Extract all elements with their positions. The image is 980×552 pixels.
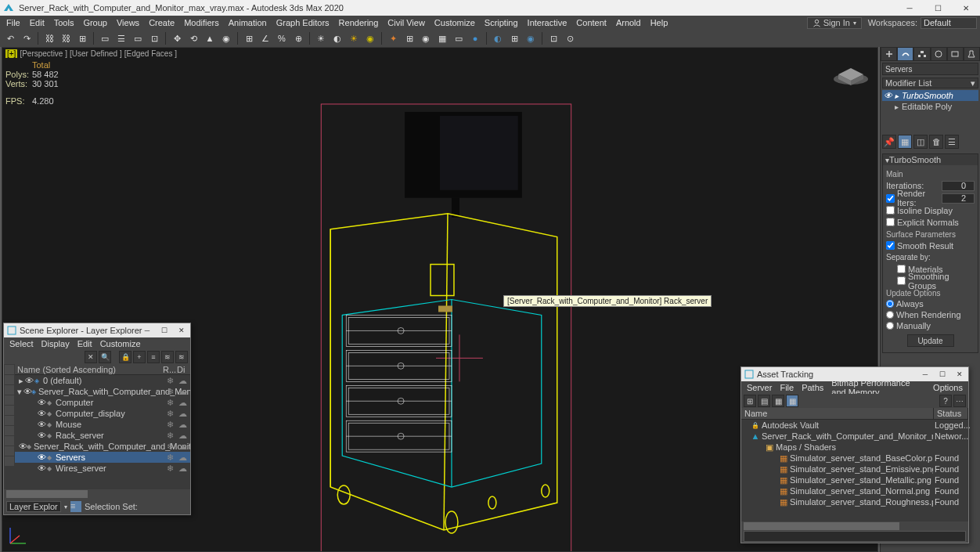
- asset-tracking-window[interactable]: Asset Tracking ─ ☐ ✕ Server File Paths B…: [740, 366, 969, 543]
- update-button[interactable]: Update: [907, 334, 954, 347]
- tab-display[interactable]: [947, 47, 964, 61]
- place-button[interactable]: ◉: [219, 31, 233, 45]
- tab-create[interactable]: [881, 47, 897, 61]
- mirror-button[interactable]: ◐: [330, 31, 344, 45]
- se-filter-3[interactable]: [5, 385, 14, 395]
- snap-button[interactable]: ⊞: [242, 31, 256, 45]
- iterations-spinner[interactable]: [942, 181, 975, 191]
- at-tool-opts[interactable]: ⋯: [953, 395, 966, 407]
- close-button[interactable]: ✕: [952, 0, 980, 16]
- se-scrollbar[interactable]: [6, 490, 188, 498]
- scene-explorer-titlebar[interactable]: Scene Explorer - Layer Explorer ─ ☐ ✕: [4, 323, 190, 337]
- menu-file[interactable]: File: [2, 16, 25, 29]
- smooth-result-checkbox[interactable]: [886, 241, 895, 250]
- se-maximize-button[interactable]: ☐: [156, 323, 173, 337]
- tab-motion[interactable]: [931, 47, 947, 61]
- at-tool-help[interactable]: ?: [939, 395, 952, 407]
- se-tool-add-layer[interactable]: +: [133, 351, 146, 363]
- isoline-checkbox[interactable]: [886, 206, 895, 215]
- se-tool-hide-by[interactable]: ≋: [161, 351, 174, 363]
- minimize-button[interactable]: ─: [895, 0, 924, 16]
- workspaces-field[interactable]: [921, 17, 977, 29]
- redo-button[interactable]: ↷: [20, 31, 34, 45]
- se-row[interactable]: 👁◆Mouse❄☁: [15, 419, 190, 430]
- menu-edit[interactable]: Edit: [25, 16, 49, 29]
- align-button[interactable]: ☀: [347, 31, 361, 45]
- menu-tools[interactable]: Tools: [49, 16, 79, 29]
- se-row[interactable]: 👁◆Computer_display❄☁: [15, 408, 190, 419]
- tab-modify[interactable]: [897, 47, 913, 61]
- se-column-header[interactable]: Name (Sorted Ascending) R... Di: [15, 364, 190, 375]
- at-tool-highlight[interactable]: ▦: [786, 395, 798, 407]
- asset-tracking-table[interactable]: Name Status 🔒Autodesk VaultLogged...▲Ser…: [741, 408, 968, 507]
- at-row[interactable]: ▦Simulator_server_stand_Emissive.pngFoun…: [741, 464, 968, 474]
- se-menu-display[interactable]: Display: [38, 338, 74, 349]
- undo-button[interactable]: ↶: [3, 31, 17, 45]
- tab-utilities[interactable]: [964, 47, 980, 61]
- angle-snap-button[interactable]: ∠: [258, 31, 272, 45]
- menu-interactive[interactable]: Interactive: [523, 16, 572, 29]
- at-menu-options[interactable]: Options: [929, 382, 967, 393]
- at-row[interactable]: ▣Maps / Shaders: [741, 442, 968, 453]
- at-row[interactable]: ▦Simulator_server_stand_Roughness.pngFou…: [741, 496, 968, 507]
- se-menu-edit[interactable]: Edit: [74, 338, 96, 349]
- stack-item-turbosmooth[interactable]: 👁▸ TurboSmooth: [882, 90, 978, 101]
- percent-snap-button[interactable]: %: [275, 31, 289, 45]
- update-when-rendering-radio[interactable]: [886, 311, 894, 319]
- named-sets-button[interactable]: ☀: [314, 31, 328, 45]
- at-tool-refresh[interactable]: ⊞: [744, 395, 756, 407]
- menu-arnold[interactable]: Arnold: [611, 16, 646, 29]
- rollup-header[interactable]: ▾ TurboSmooth: [883, 154, 978, 165]
- rotate-button[interactable]: ⟲: [186, 31, 200, 45]
- select-region-button[interactable]: ▭: [131, 31, 145, 45]
- se-toggle-button[interactable]: ≡: [70, 501, 81, 512]
- se-menu-customize[interactable]: Customize: [96, 338, 145, 349]
- se-tool-freeze-by[interactable]: ≋: [175, 351, 188, 363]
- gallery-button[interactable]: ⊞: [507, 31, 521, 45]
- menu-views[interactable]: Views: [112, 16, 144, 29]
- at-row[interactable]: ▦Simulator_server_stand_Metallic.pngFoun…: [741, 474, 968, 485]
- se-tool-search[interactable]: 🔍: [99, 351, 111, 363]
- make-unique-button[interactable]: ◫: [913, 135, 928, 149]
- pin-stack-button[interactable]: 📌: [882, 135, 896, 149]
- menu-civil-view[interactable]: Civil View: [383, 16, 429, 29]
- render-setup-button[interactable]: ▦: [435, 31, 449, 45]
- layer-explorer-field[interactable]: [6, 501, 61, 512]
- bind-button[interactable]: ⊞: [75, 31, 89, 45]
- stack-item-editable-poly[interactable]: ▸ Editable Poly: [882, 101, 978, 112]
- menu-create[interactable]: Create: [144, 16, 179, 29]
- at-minimize-button[interactable]: ─: [917, 367, 934, 381]
- at-menu-paths[interactable]: Paths: [798, 382, 827, 393]
- smoothing-groups-checkbox[interactable]: [897, 276, 906, 285]
- show-end-result-button[interactable]: ▦: [898, 135, 912, 149]
- se-filter-9[interactable]: [5, 446, 14, 456]
- se-filter-1[interactable]: [5, 365, 14, 374]
- se-filter-2[interactable]: [5, 375, 14, 384]
- link-button[interactable]: ⛓: [42, 31, 56, 45]
- misc-tool-2[interactable]: ⊙: [563, 31, 577, 45]
- se-tool-lock[interactable]: 🔒: [119, 351, 132, 363]
- layer-button[interactable]: ◉: [363, 31, 377, 45]
- at-scrollbar[interactable]: [744, 522, 966, 530]
- scale-button[interactable]: ▲: [203, 31, 217, 45]
- se-row[interactable]: ▾👁◈Server_Rack_with_Computer_and_Monitor…: [15, 386, 190, 397]
- update-always-radio[interactable]: [886, 300, 894, 308]
- explicit-normals-checkbox[interactable]: [886, 218, 895, 226]
- unlink-button[interactable]: ⛓: [59, 31, 73, 45]
- remove-modifier-button[interactable]: 🗑: [929, 135, 943, 149]
- se-filter-5[interactable]: [5, 406, 14, 415]
- menu-graph-editors[interactable]: Graph Editors: [272, 16, 334, 29]
- modifier-list-dropdown[interactable]: Modifier List▾: [882, 78, 978, 88]
- render-online-button[interactable]: ◐: [491, 31, 505, 45]
- select-button[interactable]: ▭: [98, 31, 112, 45]
- modifier-stack[interactable]: 👁▸ TurboSmooth ▸ Editable Poly: [882, 90, 978, 112]
- menu-modifiers[interactable]: Modifiers: [179, 16, 224, 29]
- se-filter-6[interactable]: [5, 416, 14, 425]
- rendered-frame-button[interactable]: ▭: [452, 31, 466, 45]
- at-row[interactable]: ▦Simulator_server_stand_Normal.pngFound: [741, 485, 968, 496]
- se-row[interactable]: ▸👁◈0 (default)❄☁: [15, 375, 190, 386]
- se-menu-select[interactable]: Select: [5, 338, 38, 349]
- se-row[interactable]: 👁◆Rack_server❄☁: [15, 430, 190, 441]
- se-tool-clear[interactable]: ✕: [85, 351, 97, 363]
- se-filter-8[interactable]: [5, 436, 14, 446]
